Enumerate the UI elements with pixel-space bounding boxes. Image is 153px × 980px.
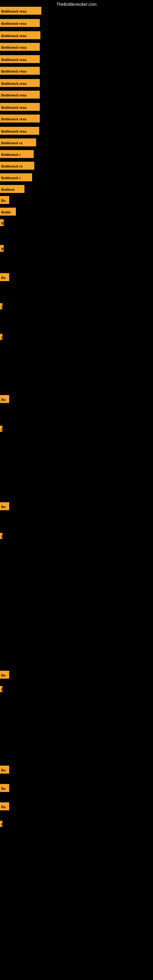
- bar-label: Bottleneck re: [0, 138, 36, 146]
- bar-item: Bottleneck resu: [0, 55, 43, 63]
- bar-label: B: [0, 219, 4, 226]
- bar-label: Bo: [0, 802, 9, 810]
- bar-item: Bo: [0, 273, 12, 281]
- bar-item: Bottleneck resu: [0, 115, 43, 123]
- bar-item: Bo: [0, 395, 12, 403]
- bar-item: Bottleneck re: [0, 138, 39, 146]
- bar-label: Bottleneck resu: [0, 91, 40, 99]
- bar-label: Bottlene: [0, 185, 24, 193]
- bar-item: Bottleneck resu: [0, 103, 43, 111]
- bar-label: Bottleneck resu: [0, 103, 40, 111]
- bar-label: Bo: [0, 766, 9, 773]
- bar-item: Bo: [0, 766, 12, 773]
- bar-item: Bottleneck resu: [0, 31, 43, 39]
- bar-item: Bottleneck resu: [0, 127, 42, 135]
- bar-label: Bo: [0, 395, 9, 403]
- bar-label: Bottleneck resu: [0, 67, 40, 75]
- bar-label: Bottleneck resu: [0, 55, 40, 63]
- bar-item: Bo: [0, 196, 12, 204]
- bar-label: Bottleneck resu: [0, 43, 40, 51]
- bar-item: Bottlene: [0, 185, 27, 193]
- bar-item: Bottle: [0, 208, 19, 216]
- bar-item: |: [0, 303, 5, 309]
- bar-item: Bottleneck resu: [0, 19, 43, 27]
- bar-label: Bottleneck resu: [0, 127, 39, 135]
- bar-label: Bottleneck resu: [0, 31, 40, 39]
- bar-item: Bottleneck resu: [0, 79, 43, 87]
- bar-item: Bo: [0, 784, 12, 792]
- bar-item: |: [0, 426, 5, 432]
- bar-item: Bottleneck re: [0, 162, 37, 170]
- bar-item: B: [0, 821, 5, 827]
- bar-item: Bottleneck resu: [0, 43, 43, 51]
- bar-item: Bottleneck resu: [0, 7, 45, 15]
- bar-label: Bottleneck resu: [0, 79, 40, 87]
- bar-item: Bo: [0, 802, 12, 810]
- bar-label: B: [0, 245, 4, 252]
- bar-item: |: [0, 334, 5, 340]
- bar-item: B: [0, 219, 7, 226]
- bar-label: Bottleneck resu: [0, 19, 40, 27]
- bar-item: Bottleneck resu: [0, 91, 43, 99]
- bar-label: Bottle: [0, 208, 16, 216]
- bar-item: Bo: [0, 671, 12, 679]
- bar-label: |: [0, 334, 2, 340]
- bar-label: Bottleneck re: [0, 162, 34, 170]
- bar-item: Bottleneck r: [0, 173, 35, 181]
- bar-label: Bo: [0, 196, 9, 204]
- bar-label: Bo: [0, 502, 9, 510]
- bar-item: B: [0, 533, 5, 539]
- bar-item: Bottleneck resu: [0, 67, 43, 75]
- bar-item: B: [0, 245, 7, 252]
- bar-label: B: [0, 686, 2, 692]
- bar-label: Bo: [0, 273, 9, 281]
- bar-label: B: [0, 821, 2, 827]
- bar-label: |: [0, 303, 2, 309]
- bar-label: Bo: [0, 784, 9, 792]
- bar-item: Bo: [0, 502, 12, 510]
- bar-label: |: [0, 426, 2, 432]
- bar-label: Bottleneck resu: [0, 7, 41, 15]
- bar-label: Bottleneck r: [0, 173, 32, 181]
- bar-label: Bo: [0, 671, 9, 679]
- bar-label: Bottleneck resu: [0, 115, 40, 123]
- bar-label: Bottleneck r: [0, 150, 33, 158]
- bar-label: B: [0, 533, 2, 539]
- bar-item: Bottleneck r: [0, 150, 37, 158]
- bar-item: B: [0, 686, 5, 692]
